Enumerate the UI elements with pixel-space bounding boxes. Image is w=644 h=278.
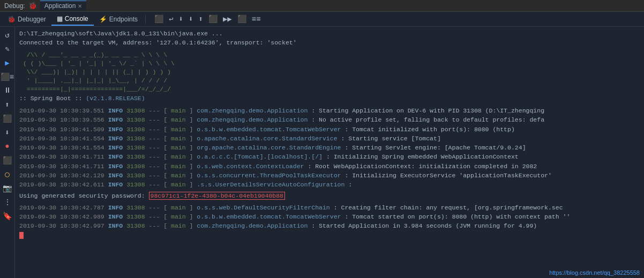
spring-ascii-5: =========|_|==============|___/=/_/_/_/ (19, 85, 640, 94)
log-entry-9: 2019-09-30 10:30:42.787 INFO 31308 --- [… (19, 203, 640, 212)
rerun-button[interactable]: ↩ (167, 13, 175, 25)
frames-button[interactable]: ⬛ (206, 13, 220, 25)
connected-line: Connected to the target VM, address: '12… (19, 38, 640, 47)
log-entry-4: 2019-09-30 10:30:41.554 INFO 31308 --- [… (19, 143, 640, 152)
endpoints-icon: ⚡ (99, 16, 107, 23)
console-area[interactable]: D:\IT_zhengqing\soft\Java\jdk1.8.0_131\b… (15, 27, 644, 278)
tab-debugger[interactable]: 🐞 Debugger (2, 13, 51, 25)
more-button[interactable]: ⋮ (2, 196, 13, 208)
debugger-icon: 🐞 (8, 16, 16, 23)
toolbar-icons: ⬛ ↩ ⬇ ⬇ ⬆ ⬛ ▶▶ ⬛ ≡≡ (152, 13, 263, 25)
close-icon[interactable]: ✕ (78, 3, 82, 9)
log-entry-2: 2019-09-30 10:30:41.509 INFO 31308 --- [… (19, 125, 640, 134)
pause-button[interactable]: ⏸ (2, 85, 13, 96)
left-sidebar: ↺ ✎ ▶ ⬛≡ ⏸ ⬆ ⬛ ⬇ ● ⬛ ◯ 📷 ⋮ 🔖 (0, 27, 15, 278)
main-area: ↺ ✎ ▶ ⬛≡ ⏸ ⬆ ⬛ ⬇ ● ⬛ ◯ 📷 ⋮ 🔖 D:\IT_zheng… (0, 27, 644, 278)
step-button[interactable]: ⬛ (2, 154, 13, 166)
log-entry-8: 2019-09-30 10:30:42.611 INFO 31308 --- [… (19, 180, 640, 189)
filter-button[interactable]: ⬛≡ (2, 71, 13, 82)
step-over-button[interactable]: ⬇ (177, 13, 185, 25)
tab-endpoints[interactable]: ⚡ Endpoints (94, 13, 143, 25)
mute-button[interactable]: ⬛ (235, 13, 249, 25)
edit-button[interactable]: ✎ (2, 43, 13, 55)
debug-label: Debug: (4, 2, 25, 10)
log-entry-10: 2019-09-30 10:30:42.989 INFO 31308 --- [… (19, 212, 640, 221)
tab-console[interactable]: ▦ Console (51, 13, 94, 26)
watermark: https://blog.csdn.net/qq_38225558 (549, 269, 640, 276)
log-entry-5: 2019-09-30 10:30:41.711 INFO 31308 --- [… (19, 152, 640, 161)
up-button[interactable]: ⬆ (2, 99, 13, 110)
camera-button[interactable]: 📷 (2, 182, 13, 194)
toolbar: 🐞 Debugger ▦ Console ⚡ Endpoints ⬛ ↩ ⬇ ⬇… (0, 12, 644, 27)
spring-ascii-1: /\\ / ___'_ __ _ _(_)_ __ __ _ \ \ \ \ (19, 51, 640, 59)
log-entry-6: 2019-09-30 10:30:41.711 INFO 31308 --- [… (19, 162, 640, 171)
application-tab[interactable]: Application ✕ (40, 1, 87, 11)
resume-button[interactable]: ▶▶ (221, 13, 234, 25)
path-line: D:\IT_zhengqing\soft\Java\jdk1.8.0_131\b… (19, 29, 640, 38)
tab-label: Application (44, 2, 76, 10)
password-line: Using generated security password: 98c97… (19, 191, 640, 200)
bookmark-button[interactable]: 🔖 (2, 210, 13, 222)
cursor-line (19, 230, 640, 239)
toolbar-separator (145, 15, 146, 24)
settings-button[interactable]: ≡≡ (250, 14, 263, 25)
step-out-button[interactable]: ⬆ (196, 13, 205, 25)
log-entry-7: 2019-09-30 10:30:42.129 INFO 31308 --- [… (19, 171, 640, 180)
spring-ascii-2: ( ( )\___ | '_ | '_| | '_ \/ _` | \ \ \ … (19, 59, 640, 68)
log-entry-3: 2019-09-30 10:30:41.554 INFO 31308 --- [… (19, 134, 640, 143)
clear-button[interactable]: ⬛ (2, 112, 13, 124)
stop-button[interactable]: ⬛ (152, 13, 166, 25)
run-button[interactable]: ▶ (2, 57, 13, 69)
password-value: 98c971c1-1f2e-4380-b04c-04eb19040b88 (149, 192, 285, 200)
down-button[interactable]: ⬇ (2, 126, 13, 138)
debug-icon: 🐞 (28, 2, 37, 10)
breakpoint-button[interactable]: ● (2, 140, 13, 152)
log-entry-11: 2019-09-30 10:30:42.997 INFO 31308 --- [… (19, 221, 640, 230)
step-into-button[interactable]: ⬇ (186, 13, 195, 25)
log-entry-0: 2019-09-30 10:30:39.551 INFO 31308 --- [… (19, 106, 640, 115)
spring-ascii-3: \\/ ___)| |_)| | | | | || (_| | ) ) ) ) (19, 68, 640, 77)
debug-bar: Debug: 🐞 Application ✕ (0, 0, 644, 12)
log-entry-1: 2019-09-30 10:30:39.556 INFO 31308 --- [… (19, 115, 640, 124)
spring-ascii-4: ' |____| .__|_| |_|_| |_\__, | / / / / (19, 77, 640, 85)
watch-button[interactable]: ◯ (2, 168, 13, 180)
restart-button[interactable]: ↺ (2, 29, 13, 41)
spring-label-line: :: Spring Boot :: (v2.1.8.RELEASE) (19, 94, 640, 103)
console-icon: ▦ (57, 15, 63, 22)
